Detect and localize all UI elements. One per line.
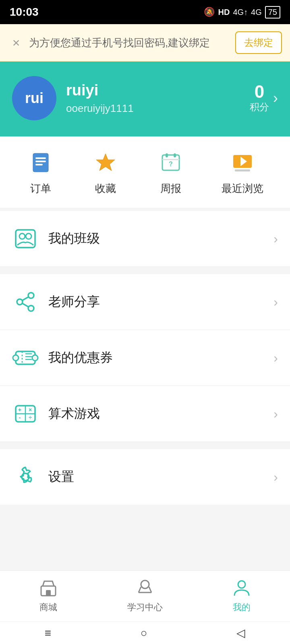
username: ruiyi xyxy=(66,82,240,99)
svg-point-18 xyxy=(28,305,34,311)
svg-rect-0 xyxy=(33,153,48,172)
android-back-btn[interactable]: ◁ xyxy=(236,626,245,640)
battery-icon: 75 xyxy=(265,6,280,19)
report-icon: ? xyxy=(157,149,185,177)
svg-rect-13 xyxy=(16,230,35,248)
signal-4g-icon: 4G↑ xyxy=(233,8,248,17)
shop-icon xyxy=(38,577,59,598)
svg-text:×: × xyxy=(29,407,32,413)
android-nav: ≡ ○ ◁ xyxy=(0,621,290,644)
status-time: 10:03 xyxy=(10,6,39,19)
order-icon xyxy=(27,149,55,177)
nav-item-study[interactable]: 学习中心 xyxy=(97,577,193,613)
svg-rect-8 xyxy=(162,159,179,160)
menu-item-settings[interactable]: 设置 › xyxy=(0,449,290,505)
svg-marker-4 xyxy=(96,154,115,171)
menu-item-game[interactable]: + × - ÷ 算术游戏 › xyxy=(0,386,290,442)
game-icon: + × - ÷ xyxy=(12,400,39,427)
coupon-icon xyxy=(12,345,39,371)
svg-point-23 xyxy=(32,355,38,361)
svg-text:-: - xyxy=(19,414,21,421)
quick-action-favorites[interactable]: 收藏 xyxy=(91,149,120,196)
svg-line-19 xyxy=(23,297,28,300)
study-nav-label: 学习中心 xyxy=(127,601,163,613)
svg-point-17 xyxy=(17,299,23,305)
svg-line-20 xyxy=(23,303,28,307)
share-icon xyxy=(12,289,39,315)
svg-text:÷: ÷ xyxy=(29,414,32,421)
favorites-label: 收藏 xyxy=(95,182,116,196)
quick-action-order[interactable]: 订单 xyxy=(27,149,55,196)
hd-indicator: HD xyxy=(218,8,230,17)
points-arrow-icon: › xyxy=(273,90,278,107)
browse-icon xyxy=(228,149,257,177)
notification-banner: × 为方便您通过手机号找回密码,建议绑定 去绑定 xyxy=(0,24,290,62)
browse-label: 最近浏览 xyxy=(222,182,263,196)
my-nav-label: 我的 xyxy=(233,601,251,613)
chevron-right-icon5: › xyxy=(273,470,278,485)
menu-item-share[interactable]: 老师分享 › xyxy=(0,274,290,330)
notification-text: 为方便您通过手机号找回密码,建议绑定 xyxy=(29,35,230,51)
svg-rect-3 xyxy=(35,164,43,165)
points-label: 积分 xyxy=(250,101,269,114)
chevron-right-icon2: › xyxy=(273,295,278,310)
settings-icon xyxy=(12,464,39,490)
nav-item-my[interactable]: 我的 xyxy=(193,577,290,613)
game-label: 算术游戏 xyxy=(48,405,273,423)
svg-point-16 xyxy=(28,293,34,298)
svg-point-14 xyxy=(19,233,25,239)
points-count: 0 xyxy=(255,83,264,101)
svg-point-42 xyxy=(238,581,245,588)
coupon-label: 我的优惠券 xyxy=(48,349,273,367)
menu-separator-2 xyxy=(0,442,290,449)
settings-label: 设置 xyxy=(48,468,273,486)
shop-nav-label: 商城 xyxy=(39,601,57,613)
svg-text:?: ? xyxy=(169,161,173,167)
status-icons: 🔕 HD 4G↑ 4G 75 xyxy=(204,6,280,19)
class-label: 我的班级 xyxy=(48,230,273,248)
svg-rect-7 xyxy=(174,153,176,157)
my-icon xyxy=(231,577,252,598)
points-section[interactable]: 0 积分 › xyxy=(250,83,278,114)
class-icon xyxy=(12,225,39,252)
nav-item-shop[interactable]: 商城 xyxy=(0,577,97,613)
star-icon xyxy=(91,149,120,177)
close-icon[interactable]: × xyxy=(8,35,24,50)
order-label: 订单 xyxy=(30,182,51,196)
share-label: 老师分享 xyxy=(48,293,273,311)
android-menu-btn[interactable]: ≡ xyxy=(45,627,51,640)
signal-4g-icon2: 4G xyxy=(251,8,262,17)
svg-text:+: + xyxy=(18,407,21,413)
bind-phone-button[interactable]: 去绑定 xyxy=(235,31,282,54)
menu-section: 我的班级 › 老师分享 › xyxy=(0,211,290,505)
svg-rect-6 xyxy=(166,153,168,157)
profile-info: ruiyi ooeruiyijy1111 xyxy=(66,82,240,115)
chevron-right-icon: › xyxy=(273,231,278,246)
menu-item-class[interactable]: 我的班级 › xyxy=(0,211,290,267)
quick-actions: 订单 收藏 ? 周报 xyxy=(0,136,290,211)
chevron-right-icon3: › xyxy=(273,351,278,365)
svg-rect-37 xyxy=(46,590,51,596)
menu-item-coupon[interactable]: 我的优惠券 › xyxy=(0,330,290,386)
quick-action-report[interactable]: ? 周报 xyxy=(157,149,185,196)
android-home-btn[interactable]: ○ xyxy=(141,627,147,640)
chevron-right-icon4: › xyxy=(273,407,278,421)
svg-point-22 xyxy=(13,355,19,361)
bottom-nav: 商城 学习中心 我的 xyxy=(0,570,290,621)
svg-rect-2 xyxy=(35,161,46,162)
study-icon xyxy=(135,577,155,598)
points-info: 0 积分 xyxy=(250,83,269,114)
mute-icon: 🔕 xyxy=(204,7,215,17)
menu-separator-1 xyxy=(0,267,290,274)
user-id: ooeruiyijy1111 xyxy=(66,102,240,115)
svg-point-15 xyxy=(26,233,31,239)
svg-rect-12 xyxy=(235,169,250,171)
svg-line-39 xyxy=(139,587,141,592)
profile-header: rui ruiyi ooeruiyijy1111 0 积分 › xyxy=(0,62,290,136)
avatar[interactable]: rui xyxy=(12,76,56,120)
quick-action-browse[interactable]: 最近浏览 xyxy=(222,149,263,196)
svg-line-40 xyxy=(149,587,151,592)
svg-point-38 xyxy=(141,580,149,588)
svg-rect-1 xyxy=(35,157,46,159)
status-bar: 10:03 🔕 HD 4G↑ 4G 75 xyxy=(0,0,290,24)
